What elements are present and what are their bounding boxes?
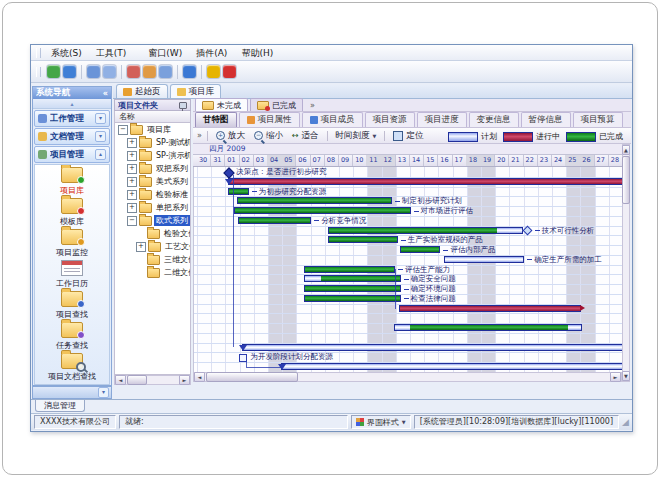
tree-item-2[interactable]: +SP-测试机系 [115, 136, 190, 149]
filter-tab-2[interactable]: 已完成 [250, 98, 303, 111]
sidebar-item-7[interactable]: 项目文档查找 [35, 352, 109, 383]
view-tab-4[interactable]: 项目资源 [365, 112, 415, 127]
tree-item-11[interactable]: 三维文件 [115, 253, 190, 266]
expander-icon[interactable]: + [136, 242, 146, 252]
collapse-sidebar-button[interactable]: « [103, 89, 108, 98]
sidebar-collapsed-section[interactable]: ▾ [32, 386, 112, 399]
view-tab-3[interactable]: 项目成员 [302, 112, 363, 127]
expander-icon[interactable]: + [127, 177, 137, 187]
gantt-bar[interactable] [237, 197, 392, 204]
expander-icon[interactable]: + [127, 138, 137, 148]
menu-item-4[interactable]: 插件(A) [189, 46, 234, 60]
view-tab-2[interactable]: 项目属性 [239, 112, 300, 127]
calendar-orange-icon[interactable] [143, 65, 156, 78]
sidebar-item-2[interactable]: 模板库 [35, 197, 109, 228]
gantt-bar[interactable] [228, 178, 622, 185]
expander-icon[interactable]: − [127, 216, 137, 226]
gantt-bar[interactable] [328, 236, 398, 243]
view-tab-1[interactable]: 甘特图 [195, 112, 237, 127]
scroll-left-arrow[interactable]: ◄ [194, 372, 205, 382]
tree-item-10[interactable]: +工艺文件 [115, 240, 190, 253]
gantt-bar[interactable] [399, 305, 581, 312]
expander-icon[interactable]: + [127, 190, 137, 200]
sidebar-section-3[interactable]: 项目管理▴ [34, 146, 110, 163]
doc-tab-1[interactable]: 起始页 [116, 84, 168, 98]
scroll-up-arrow[interactable]: ▲ [622, 145, 630, 155]
sidebar-collapse-handle[interactable]: ▴ [33, 99, 111, 109]
tree-item-8[interactable]: −欧式系列 [115, 214, 190, 227]
sidebar-item-4[interactable]: 工作日历 [35, 259, 109, 290]
gantt-bar[interactable] [242, 344, 622, 351]
tree-item-9[interactable]: 检验文件 [115, 227, 190, 240]
scroll-thumb[interactable] [127, 375, 147, 385]
gantt-bar[interactable] [394, 324, 582, 331]
gantt-bar[interactable] [281, 363, 622, 370]
gantt-bar[interactable] [328, 227, 523, 234]
zoom-in-button[interactable]: +放大 [213, 129, 248, 143]
chevron-icon[interactable]: ▾ [95, 131, 106, 142]
gantt-bar[interactable] [400, 246, 440, 253]
sidebar-item-5[interactable]: 项目查找 [35, 290, 109, 321]
menu-item-5[interactable]: 帮助(H) [234, 46, 280, 60]
folder-icon[interactable] [87, 65, 100, 78]
view-tab-8[interactable]: 项目预算 [573, 112, 623, 127]
scroll-thumb[interactable] [206, 372, 298, 382]
gantt-bar[interactable] [304, 275, 401, 282]
help-icon[interactable] [183, 65, 196, 78]
view-tab-6[interactable]: 变更信息 [469, 112, 519, 127]
fit-button[interactable]: ↔适合 [289, 129, 322, 143]
scroll-left-arrow[interactable]: ◄ [115, 375, 126, 385]
filter-tab-1[interactable]: 未完成 [195, 98, 248, 111]
view-tab-7[interactable]: 暂停信息 [521, 112, 571, 127]
sidebar-item-1[interactable]: 项目库 [35, 166, 109, 197]
calendar-red-icon[interactable] [127, 65, 140, 78]
gantt-horizontal-scrollbar[interactable]: ◄ ► [193, 372, 622, 382]
tree-item-5[interactable]: +美式系列 [115, 175, 190, 188]
scroll-down-arrow[interactable]: ▼ [622, 371, 630, 381]
tree-item-7[interactable]: +单把系列 [115, 201, 190, 214]
timescale-dropdown[interactable]: 时间刻度▼ [333, 129, 380, 143]
pin-icon[interactable] [179, 102, 187, 109]
message-management-tab[interactable]: 消息管理 [35, 400, 85, 412]
lock-icon[interactable] [207, 65, 220, 78]
scroll-thumb[interactable] [622, 156, 630, 204]
filter-overflow-chevron[interactable]: » [310, 101, 315, 110]
sidebar-section-2[interactable]: 文档管理▾ [34, 128, 110, 145]
expander-icon[interactable]: − [118, 125, 128, 135]
zoom-out-button[interactable]: −缩小 [251, 129, 286, 143]
chevron-down-icon[interactable]: ▾ [98, 387, 109, 398]
tree-horizontal-scrollbar[interactable]: ◄ ► [114, 375, 191, 385]
chevron-icon[interactable]: ▾ [95, 113, 106, 124]
scroll-right-arrow[interactable]: ► [610, 372, 621, 382]
gantt-bar[interactable] [228, 188, 248, 195]
menu-item-2[interactable]: 工具(T) [89, 46, 134, 60]
gantt-bar[interactable] [234, 207, 411, 214]
expander-icon[interactable]: + [127, 151, 137, 161]
gantt-bar[interactable] [304, 266, 395, 273]
expander-icon[interactable]: + [127, 164, 137, 174]
tree-column-header[interactable]: 名称 [114, 111, 191, 123]
expander-icon[interactable]: + [127, 203, 137, 213]
menu-item-1[interactable]: 系统(S) [44, 46, 89, 60]
monitor-icon[interactable] [47, 65, 60, 78]
doc-tab-2[interactable]: 项目库 [170, 84, 222, 98]
locate-button[interactable]: 定位 [390, 129, 426, 143]
gantt-bar[interactable] [304, 295, 401, 302]
chevron-icon[interactable]: ▴ [95, 149, 106, 160]
tree-item-1[interactable]: −项目库 [115, 123, 190, 136]
sidebar-section-1[interactable]: 工作管理▾ [34, 110, 110, 127]
gantt-bar[interactable] [238, 217, 311, 224]
view-tab-5[interactable]: 项目进度 [417, 112, 467, 127]
gantt-vertical-scrollbar[interactable]: ▲ ▼ [622, 144, 630, 382]
gantt-bar[interactable] [444, 256, 524, 263]
tree-item-6[interactable]: +检验标准 [115, 188, 190, 201]
power-icon[interactable] [223, 65, 236, 78]
folder-chart-icon[interactable] [103, 65, 116, 78]
calendar-blue-icon[interactable] [159, 65, 172, 78]
sidebar-item-3[interactable]: 项目监控 [35, 228, 109, 259]
tree-item-12[interactable]: 二维文件 [115, 266, 190, 279]
tree-item-4[interactable]: +双把系列 [115, 162, 190, 175]
scroll-right-arrow[interactable]: ► [179, 375, 190, 385]
tree-item-3[interactable]: +SP-演示机系 [115, 149, 190, 162]
ui-style-button[interactable]: 界面样式 ▼ [351, 415, 411, 429]
